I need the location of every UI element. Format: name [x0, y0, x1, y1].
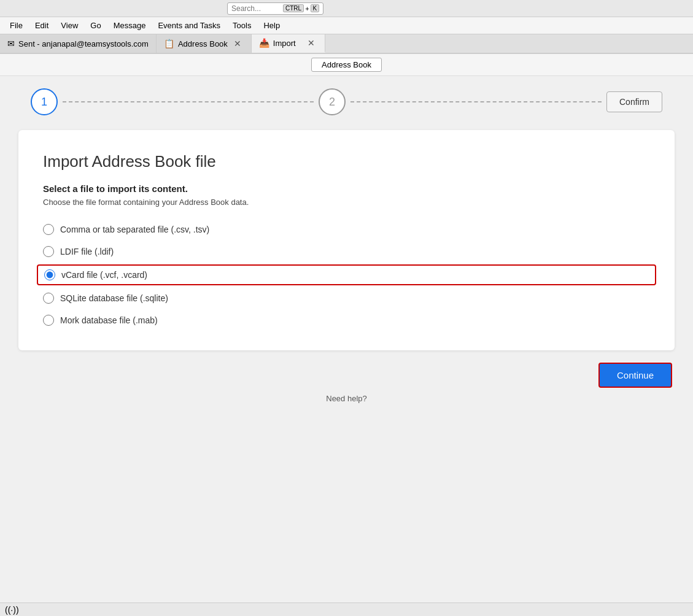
import-description: Choose the file format containing your A… [43, 198, 650, 207]
import-title: Import Address Book file [43, 152, 650, 171]
ctrl-key: CTRL [283, 4, 304, 12]
menu-message[interactable]: Message [109, 19, 151, 32]
tab-address-book[interactable]: 📋 Address Book ✕ [157, 34, 252, 53]
k-key: K [311, 4, 320, 12]
step-1-circle: 1 [31, 88, 58, 115]
search-box[interactable]: CTRL + K [227, 2, 323, 15]
tab-bar: ✉ Sent - anjanapal@teamsystools.com 📋 Ad… [0, 34, 693, 54]
continue-button-row: Continue [18, 363, 675, 388]
status-bar: ((·)) [0, 603, 693, 616]
option-csv-label: Comma or tab separated file (.csv, .tsv) [60, 225, 209, 234]
menu-help[interactable]: Help [258, 19, 285, 32]
plus-sign: + [305, 5, 309, 12]
radio-csv[interactable] [43, 224, 54, 235]
option-ldif-label: LDIF file (.ldif) [60, 247, 114, 256]
need-help-text: Need help? [18, 394, 675, 403]
keyboard-shortcut: CTRL + K [283, 4, 319, 12]
step-2-circle: 2 [319, 88, 346, 115]
option-sqlite-label: SQLite database file (.sqlite) [60, 293, 168, 303]
confirm-button[interactable]: Confirm [606, 91, 662, 112]
sent-icon: ✉ [7, 39, 15, 48]
import-icon: 📥 [259, 38, 269, 48]
wifi-icon: ((·)) [5, 605, 19, 615]
radio-ldif[interactable] [43, 246, 54, 257]
tab-address-book-label: Address Book [178, 39, 228, 48]
continue-button[interactable]: Continue [598, 363, 672, 388]
menu-tools[interactable]: Tools [228, 19, 256, 32]
option-sqlite[interactable]: SQLite database file (.sqlite) [43, 293, 650, 304]
address-book-icon: 📋 [164, 39, 174, 48]
menu-bar: File Edit View Go Message Events and Tas… [0, 17, 693, 34]
main-content: 1 2 Confirm Import Address Book file Sel… [0, 76, 693, 616]
tab-import[interactable]: 📥 Import ✕ [252, 34, 325, 53]
tab-import-label: Import [273, 39, 296, 48]
option-mab[interactable]: Mork database file (.mab) [43, 315, 650, 326]
ab-title-button[interactable]: Address Book [311, 58, 382, 72]
option-ldif[interactable]: LDIF file (.ldif) [43, 246, 650, 257]
tab-sent[interactable]: ✉ Sent - anjanapal@teamsystools.com [0, 34, 157, 53]
search-input[interactable] [231, 4, 281, 13]
stepper: 1 2 Confirm [18, 88, 675, 115]
import-subtitle: Select a file to import its content. [43, 183, 650, 194]
menu-edit[interactable]: Edit [30, 19, 53, 32]
menu-go[interactable]: Go [85, 19, 106, 32]
file-format-options: Comma or tab separated file (.csv, .tsv)… [43, 224, 650, 326]
menu-events-tasks[interactable]: Events and Tasks [153, 19, 225, 32]
option-vcard[interactable]: vCard file (.vcf, .vcard) [37, 264, 656, 285]
tab-import-close[interactable]: ✕ [305, 37, 317, 49]
radio-sqlite[interactable] [43, 293, 54, 304]
ab-header: Address Book [0, 54, 693, 76]
option-vcard-label: vCard file (.vcf, .vcard) [61, 270, 147, 280]
menu-view[interactable]: View [56, 19, 83, 32]
tab-sent-label: Sent - anjanapal@teamsystools.com [18, 39, 149, 48]
radio-vcard[interactable] [44, 269, 55, 280]
option-csv[interactable]: Comma or tab separated file (.csv, .tsv) [43, 224, 650, 235]
tab-address-book-close[interactable]: ✕ [231, 37, 244, 50]
import-card: Import Address Book file Select a file t… [18, 130, 675, 350]
top-search-bar: CTRL + K [0, 0, 693, 17]
option-mab-label: Mork database file (.mab) [60, 315, 158, 325]
menu-file[interactable]: File [5, 19, 28, 32]
radio-mab[interactable] [43, 315, 54, 326]
step-line-1 [63, 101, 314, 102]
step-line-2 [350, 101, 602, 102]
